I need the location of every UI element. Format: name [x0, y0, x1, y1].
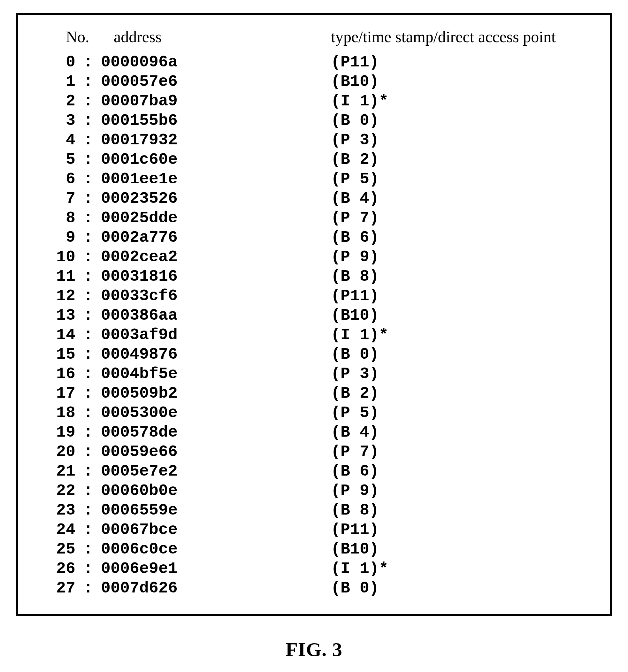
- cell-address: 00049876: [101, 345, 331, 364]
- cell-info: (P 7): [331, 442, 597, 461]
- cell-no: 23: [31, 501, 75, 520]
- separator: :: [75, 72, 101, 91]
- cell-no: 10: [31, 247, 75, 267]
- cell-no: 26: [31, 559, 75, 578]
- cell-address: 000057e6: [101, 72, 331, 91]
- header-info: type/time stamp/direct access point: [331, 27, 597, 46]
- table-row: 16:0004bf5e(P 3): [31, 364, 597, 384]
- table-row: 6:0001ee1e(P 5): [31, 169, 597, 189]
- cell-address: 00059e66: [101, 442, 331, 461]
- separator: :: [75, 481, 101, 501]
- page: No. address type/time stamp/direct acces…: [0, 0, 628, 672]
- table-row: 4:00017932(P 3): [31, 130, 597, 150]
- separator: :: [75, 189, 101, 208]
- separator: :: [75, 559, 101, 578]
- cell-info: (I 1)*: [331, 91, 597, 111]
- cell-info: (B 0): [331, 345, 597, 364]
- cell-address: 00060b0e: [101, 481, 331, 501]
- table-row: 14:0003af9d(I 1)*: [31, 325, 597, 345]
- table-row: 19:000578de(B 4): [31, 423, 597, 442]
- cell-address: 00031816: [101, 267, 331, 286]
- separator: :: [75, 150, 101, 169]
- cell-info: (B10): [331, 306, 597, 325]
- table-row: 15:00049876(B 0): [31, 345, 597, 364]
- cell-info: (B 6): [331, 228, 597, 247]
- cell-address: 00033cf6: [101, 286, 331, 306]
- cell-info: (B 4): [331, 189, 597, 208]
- table-row: 18:0005300e(P 5): [31, 403, 597, 423]
- cell-address: 000578de: [101, 423, 331, 442]
- table-row: 8:00025dde(P 7): [31, 208, 597, 228]
- cell-address: 00067bce: [101, 520, 331, 539]
- table-row: 21:0005e7e2(B 6): [31, 461, 597, 481]
- separator: :: [75, 130, 101, 150]
- separator: :: [75, 578, 101, 598]
- cell-address: 00017932: [101, 130, 331, 150]
- cell-no: 9: [31, 228, 75, 247]
- cell-no: 25: [31, 539, 75, 559]
- separator: :: [75, 267, 101, 286]
- cell-info: (P 7): [331, 208, 597, 228]
- cell-address: 000155b6: [101, 111, 331, 130]
- separator: :: [75, 501, 101, 520]
- cell-info: (I 1)*: [331, 559, 597, 578]
- cell-address: 0005300e: [101, 403, 331, 423]
- cell-no: 16: [31, 364, 75, 384]
- separator: :: [75, 461, 101, 481]
- table-row: 26:0006e9e1(I 1)*: [31, 559, 597, 578]
- separator: :: [75, 169, 101, 189]
- table-row: 13:000386aa(B10): [31, 306, 597, 325]
- separator: :: [75, 539, 101, 559]
- cell-info: (P 3): [331, 364, 597, 384]
- cell-address: 0006559e: [101, 501, 331, 520]
- table-row: 1:000057e6(B10): [31, 72, 597, 91]
- cell-info: (P 9): [331, 481, 597, 501]
- listing-panel: No. address type/time stamp/direct acces…: [16, 13, 612, 616]
- cell-info: (B 8): [331, 267, 597, 286]
- cell-address: 0007d626: [101, 578, 331, 598]
- separator: :: [75, 345, 101, 364]
- cell-no: 14: [31, 325, 75, 345]
- separator: :: [75, 228, 101, 247]
- cell-no: 19: [31, 423, 75, 442]
- table-row: 2:00007ba9(I 1)*: [31, 91, 597, 111]
- cell-address: 00007ba9: [101, 91, 331, 111]
- cell-info: (P 3): [331, 130, 597, 150]
- cell-info: (B 8): [331, 501, 597, 520]
- separator: :: [75, 208, 101, 228]
- cell-no: 5: [31, 150, 75, 169]
- cell-address: 0001ee1e: [101, 169, 331, 189]
- cell-no: 24: [31, 520, 75, 539]
- figure-caption: FIG. 3: [16, 638, 612, 661]
- cell-address: 0002cea2: [101, 247, 331, 267]
- cell-info: (B 0): [331, 111, 597, 130]
- cell-no: 22: [31, 481, 75, 501]
- cell-no: 11: [31, 267, 75, 286]
- cell-address: 0002a776: [101, 228, 331, 247]
- cell-no: 27: [31, 578, 75, 598]
- table-row: 24:00067bce(P11): [31, 520, 597, 539]
- separator: :: [75, 91, 101, 111]
- cell-no: 12: [31, 286, 75, 306]
- cell-no: 18: [31, 403, 75, 423]
- cell-no: 13: [31, 306, 75, 325]
- separator: :: [75, 286, 101, 306]
- rows-container: 0:0000096a(P11)1:000057e6(B10)2:00007ba9…: [31, 52, 597, 598]
- separator: :: [75, 247, 101, 267]
- cell-address: 0004bf5e: [101, 364, 331, 384]
- cell-no: 7: [31, 189, 75, 208]
- table-row: 7:00023526(B 4): [31, 189, 597, 208]
- table-row: 20:00059e66(P 7): [31, 442, 597, 461]
- separator: :: [75, 364, 101, 384]
- cell-no: 0: [31, 52, 75, 72]
- cell-info: (B 4): [331, 423, 597, 442]
- table-row: 0:0000096a(P11): [31, 52, 597, 72]
- table-row: 9:0002a776(B 6): [31, 228, 597, 247]
- cell-info: (B10): [331, 539, 597, 559]
- cell-info: (I 1)*: [331, 325, 597, 345]
- separator: :: [75, 325, 101, 345]
- cell-no: 15: [31, 345, 75, 364]
- separator: :: [75, 306, 101, 325]
- cell-no: 3: [31, 111, 75, 130]
- cell-no: 6: [31, 169, 75, 189]
